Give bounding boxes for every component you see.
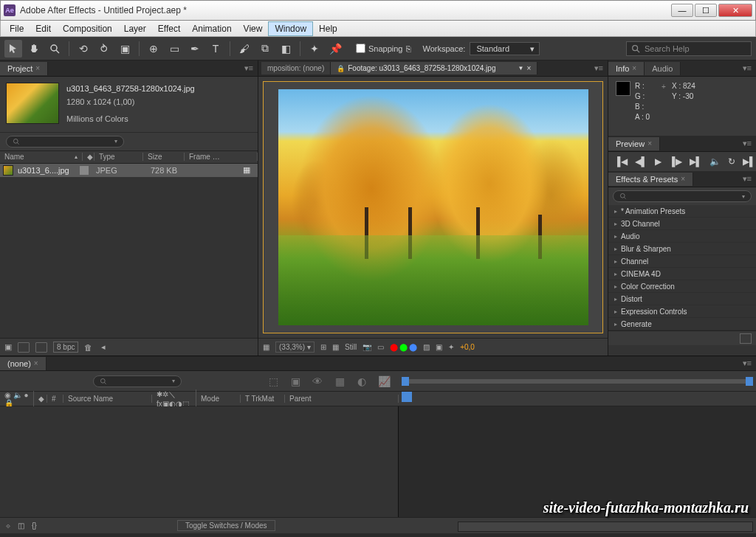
play-button[interactable]: ▶ xyxy=(655,156,662,167)
menu-file[interactable]: File xyxy=(4,22,30,35)
effects-list[interactable]: * Animation Presets 3D Channel Audio Blu… xyxy=(608,205,756,330)
menu-animation[interactable]: Animation xyxy=(186,22,237,35)
snapping-options-icon[interactable]: ⎘ xyxy=(406,44,411,53)
snapshot-icon[interactable]: 📷 xyxy=(362,343,371,351)
menu-composition[interactable]: Composition xyxy=(57,22,118,35)
panel-menu-icon[interactable]: ▾≡ xyxy=(738,63,756,73)
snapping-toggle[interactable]: Snapping ⎘ xyxy=(356,44,411,53)
chevron-down-icon[interactable]: ▾ xyxy=(114,138,117,145)
row-tag-swatch[interactable] xyxy=(80,166,89,175)
effect-category[interactable]: CINEMA 4D xyxy=(608,268,756,280)
tab-preview[interactable]: Preview × xyxy=(608,137,660,150)
alpha-toggle-icon[interactable]: ▦ xyxy=(263,343,269,351)
camera-tool[interactable]: ▣ xyxy=(116,40,134,58)
playhead[interactable] xyxy=(402,392,412,402)
effect-category[interactable]: Blur & Sharpen xyxy=(608,243,756,255)
timeline-search-input[interactable]: ▾ xyxy=(93,375,182,387)
eraser-tool[interactable]: ◧ xyxy=(277,40,295,58)
panel-menu-icon[interactable]: ▾≡ xyxy=(240,63,258,73)
first-frame-button[interactable]: ▐◀ xyxy=(614,156,628,167)
tab-project[interactable]: Project × xyxy=(0,62,48,75)
comp-mini-flowchart-icon[interactable]: ⬚ xyxy=(264,373,282,390)
effect-category[interactable]: Expression Controls xyxy=(608,305,756,318)
graph-editor-icon[interactable]: 📈 xyxy=(375,373,393,390)
panel-menu-icon[interactable]: ▾≡ xyxy=(738,174,756,184)
close-icon[interactable]: × xyxy=(35,64,40,72)
panel-menu-icon[interactable]: ▾≡ xyxy=(738,139,756,148)
col-size[interactable]: Size xyxy=(143,153,185,161)
timeline-zoom-scrollbar[interactable] xyxy=(458,522,753,532)
work-area-bar[interactable] xyxy=(402,379,753,384)
effect-category[interactable]: Distort xyxy=(608,293,756,305)
puppet-tool[interactable]: 📌 xyxy=(326,40,344,58)
chevron-down-icon[interactable]: ▼ xyxy=(518,65,524,72)
menu-layer[interactable]: Layer xyxy=(118,22,152,35)
col-source[interactable]: Source Name xyxy=(63,395,152,403)
new-folder-button[interactable] xyxy=(18,342,30,353)
col-type[interactable]: Type xyxy=(94,153,143,161)
tl-toggle-icon3[interactable]: {} xyxy=(32,522,37,530)
col-trkmat[interactable]: T TrkMat xyxy=(241,395,285,403)
resolution-dropdown[interactable]: Still xyxy=(345,343,357,351)
project-search-input[interactable]: ▾ xyxy=(6,136,124,148)
tab-effects-presets[interactable]: Effects & Presets × xyxy=(608,173,693,186)
panel-menu-icon[interactable]: ▾≡ xyxy=(738,358,756,368)
menu-help[interactable]: Help xyxy=(313,22,343,35)
col-parent[interactable]: Parent xyxy=(285,395,399,403)
new-comp-button[interactable] xyxy=(35,342,47,353)
tag-icon[interactable]: ◆ xyxy=(83,153,94,161)
tl-toggle-icon2[interactable]: ◫ xyxy=(18,522,24,530)
menu-edit[interactable]: Edit xyxy=(30,22,57,35)
zoom-tool[interactable] xyxy=(46,40,63,58)
col-mode[interactable]: Mode xyxy=(196,395,241,403)
type-tool[interactable]: T xyxy=(207,40,224,58)
next-frame-button[interactable]: ▐▶ xyxy=(669,156,682,167)
close-button[interactable]: ✕ xyxy=(718,4,752,17)
hide-shy-icon[interactable]: 👁 xyxy=(309,373,326,390)
row-flowchart-icon[interactable]: ▦ xyxy=(238,165,255,175)
maximize-button[interactable]: ☐ xyxy=(695,4,717,17)
draft3d-icon[interactable]: ▣ xyxy=(286,373,304,390)
exposure-icon[interactable]: ✦ xyxy=(448,343,454,351)
pen-tool[interactable]: ✒ xyxy=(186,40,204,58)
effect-category[interactable]: Generate xyxy=(608,318,756,330)
close-icon[interactable]: × xyxy=(526,64,531,72)
trash-icon[interactable]: 🗑 xyxy=(84,343,92,352)
bpc-button[interactable]: 8 bpc xyxy=(53,342,78,353)
scroll-left-icon[interactable]: ◂ xyxy=(101,342,106,352)
effects-search-input[interactable]: ▾ xyxy=(613,190,752,202)
prev-frame-button[interactable]: ◀▌ xyxy=(635,156,648,167)
pan-behind-tool[interactable]: ⊕ xyxy=(145,40,162,58)
col-num[interactable]: # xyxy=(47,395,63,403)
viewer-panel[interactable] xyxy=(258,77,608,338)
zoom-dropdown[interactable]: (33,3%) ▾ xyxy=(275,342,315,353)
snapping-checkbox[interactable] xyxy=(356,44,365,53)
channel-icon[interactable]: ⬤ xyxy=(390,343,398,351)
interpret-icon[interactable]: ▣ xyxy=(4,342,12,352)
search-help-input[interactable]: Search Help xyxy=(626,41,752,56)
toggle-switches-button[interactable]: Toggle Switches / Modes xyxy=(177,520,275,531)
effect-category[interactable]: * Animation Presets xyxy=(608,205,756,218)
clone-tool[interactable]: ⧉ xyxy=(256,40,274,58)
ram-preview-button[interactable]: ▶▌ xyxy=(743,156,756,167)
timeline-track-area[interactable] xyxy=(399,406,756,517)
transparency-icon[interactable]: ▨ xyxy=(423,343,430,351)
tab-footage[interactable]: 🔒 Footage: u3013_6463_87258-1280x1024.jp… xyxy=(331,62,537,75)
menu-window[interactable]: Window xyxy=(268,21,313,36)
roto-tool[interactable]: ✦ xyxy=(306,40,323,58)
timeline-layer-list[interactable] xyxy=(0,406,399,517)
tab-info[interactable]: Info × xyxy=(608,62,645,75)
project-list[interactable]: u3013_6....jpg JPEG 728 KB ▦ xyxy=(0,164,258,338)
selection-tool[interactable] xyxy=(4,40,22,58)
sort-icon[interactable]: ▴ xyxy=(75,153,78,160)
hand-tool[interactable] xyxy=(25,40,43,58)
time-ruler[interactable] xyxy=(399,392,756,406)
show-snapshot-icon[interactable]: ▭ xyxy=(377,343,384,351)
effect-category[interactable]: 3D Channel xyxy=(608,218,756,230)
effect-category[interactable]: Audio xyxy=(608,230,756,243)
tl-toggle-icon[interactable]: ⟐ xyxy=(6,522,10,530)
safe-zones-icon[interactable]: ⊞ xyxy=(320,343,326,351)
effect-category[interactable]: Channel xyxy=(608,255,756,268)
exposure-value[interactable]: +0,0 xyxy=(460,343,475,351)
tab-timeline-none[interactable]: (none) × xyxy=(0,357,47,370)
